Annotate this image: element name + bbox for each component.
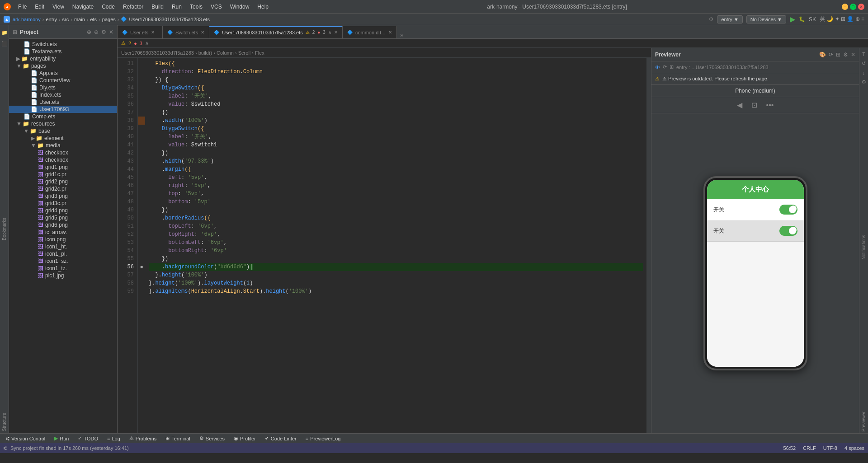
tab-close-common[interactable]: ✕	[388, 30, 392, 35]
bottom-tab-log[interactable]: ≡ Log	[103, 435, 125, 442]
tree-item-user-ets[interactable]: 📄 User.ets	[9, 98, 117, 106]
bottom-tab-todo[interactable]: ✓ TODO	[73, 435, 103, 442]
no-devices-button[interactable]: No Devices ▼	[746, 15, 786, 23]
tree-item-pic1[interactable]: 🖼 pic1.jpg	[9, 272, 117, 279]
bottom-tab-services[interactable]: ⚙ Services	[195, 435, 229, 442]
breadcrumb-file[interactable]: User17069303301033d7f5a1283.ets	[129, 17, 210, 22]
menu-refactor[interactable]: Refactor	[119, 3, 147, 11]
tree-item-grid3[interactable]: 🖼 grid3.png	[9, 192, 117, 200]
bottom-tab-problems[interactable]: ⚠ Problems	[125, 435, 161, 442]
status-encoding[interactable]: CRLF	[803, 445, 816, 451]
panel-icon-settings[interactable]: ⚙	[101, 29, 106, 35]
tree-item-grid4[interactable]: 🖼 grid4.png	[9, 207, 117, 214]
tree-item-grid6[interactable]: 🖼 grid6.png	[9, 221, 117, 229]
menu-navigate[interactable]: Navigate	[69, 3, 97, 11]
tab-user1706[interactable]: 🔷 User17069303301033d7f5a1283.ets ⚠ 2 ● …	[209, 26, 343, 38]
tree-item-diy-ets[interactable]: 📄 Diy.ets	[9, 84, 117, 91]
tree-item-grid2[interactable]: 🖼 grid2.png	[9, 178, 117, 185]
more-button[interactable]: •••	[766, 101, 774, 109]
menu-build[interactable]: Build	[148, 3, 167, 11]
tab-more-button[interactable]: »	[397, 32, 407, 38]
menu-window[interactable]: Window	[226, 3, 253, 11]
tree-item-icon1tz[interactable]: 🖼 icon1_tz.	[9, 265, 117, 272]
previewer-icon-palette[interactable]: 🎨	[819, 51, 826, 58]
tree-item-counterview[interactable]: 📄 CounterView	[9, 77, 117, 84]
bottom-tab-run[interactable]: ▶ Run	[50, 435, 73, 442]
close-button[interactable]: ✕	[858, 4, 864, 10]
breadcrumb-pages[interactable]: pages	[102, 17, 116, 22]
menu-edit[interactable]: Edit	[31, 3, 48, 11]
tree-item-icon1ht[interactable]: 🖼 icon1_ht.	[9, 243, 117, 250]
tab-common-d[interactable]: 🔷 common.d.t... ✕	[343, 26, 397, 38]
right-icon-4[interactable]: ⚙	[862, 79, 866, 85]
tab-close-switch[interactable]: ✕	[201, 30, 204, 35]
tree-item-checkbox2[interactable]: 🖼 checkbox	[9, 156, 117, 164]
breadcrumb-entry[interactable]: entry	[46, 17, 57, 22]
settings-icon[interactable]: ⚙	[709, 16, 713, 22]
bottom-tab-profiler[interactable]: ◉ Profiler	[229, 435, 260, 442]
tab-close-user[interactable]: ✕	[151, 30, 155, 35]
menu-help[interactable]: Help	[254, 3, 272, 11]
code-content[interactable]: Flex({ direction: FlexDirection.Column }…	[145, 58, 646, 433]
tree-item-checkbox1[interactable]: 🖼 checkbox	[9, 149, 117, 156]
tree-item-entryability[interactable]: ▶ 📁 entryability	[9, 55, 117, 62]
editor-scrollbar[interactable]	[646, 58, 651, 433]
panel-icon-collapse[interactable]: ⊖	[94, 29, 99, 35]
previewer-icon-close[interactable]: ✕	[851, 51, 855, 58]
minimize-button[interactable]: −	[842, 4, 848, 10]
tree-item-comp-ets[interactable]: 📄 Comp.ets	[9, 113, 117, 120]
switch-toggle-2[interactable]	[779, 226, 797, 236]
breadcrumb-root[interactable]: ark-harmony	[13, 17, 41, 22]
run-button[interactable]: ▶	[790, 15, 795, 23]
tab-user-ets[interactable]: 🔷 User.ets ✕	[118, 26, 163, 38]
back-button[interactable]: ◀	[737, 101, 742, 109]
entry-button[interactable]: entry ▼	[717, 15, 742, 23]
tree-item-media[interactable]: ▼ 📁 media	[9, 142, 117, 149]
tree-item-element[interactable]: ▶ 📁 element	[9, 135, 117, 142]
menu-file[interactable]: File	[14, 3, 30, 11]
left-icon-2[interactable]: ⬛	[1, 40, 8, 47]
panel-icon-close[interactable]: ✕	[109, 29, 113, 35]
tree-item-app-ets[interactable]: 📄 App.ets	[9, 70, 117, 77]
tree-item-icon1sz[interactable]: 🖼 icon1_sz.	[9, 257, 117, 265]
menu-vcs[interactable]: VCS	[207, 3, 226, 11]
tree-item-resources[interactable]: ▼ 📁 resources	[9, 120, 117, 127]
code-editor[interactable]: User17069303301033d7f5a1283 › build() › …	[118, 48, 651, 433]
debug-button[interactable]: 🐛	[799, 16, 805, 22]
tree-item-grid5[interactable]: 🖼 grid5.png	[9, 214, 117, 221]
tree-item-grid3c[interactable]: 🖼 grid3c.pr	[9, 200, 117, 207]
tree-item-switch-ets[interactable]: 📄 Switch.ets	[9, 41, 117, 48]
tree-item-base[interactable]: ▼ 📁 base	[9, 127, 117, 135]
bottom-tab-code-linter[interactable]: ✔ Code Linter	[260, 435, 301, 442]
bottom-tab-previewer-log[interactable]: ≡ PreviewerLog	[301, 435, 345, 442]
left-icon-1[interactable]: 📁	[1, 29, 8, 36]
breadcrumb-ets[interactable]: ets	[90, 17, 97, 22]
tree-item-grid2c[interactable]: 🖼 grid2c.pr	[9, 185, 117, 192]
tree-item-index-ets[interactable]: 📄 Index.ets	[9, 91, 117, 98]
menu-tools[interactable]: Tools	[186, 3, 206, 11]
tree-item-ic-arrow[interactable]: 🖼 ic_arrow.	[9, 229, 117, 236]
tree-item-icon1pl[interactable]: 🖼 icon1_pl.	[9, 250, 117, 257]
status-line-col[interactable]: 56:52	[783, 445, 796, 451]
switch-toggle-1[interactable]	[779, 205, 797, 215]
bottom-tab-terminal[interactable]: ⊞ Terminal	[161, 435, 195, 442]
tree-item-grid1[interactable]: 🖼 grid1.png	[9, 164, 117, 171]
right-icon-3[interactable]: ↓	[863, 70, 865, 75]
tree-item-pages[interactable]: ▼ 📁 pages	[9, 62, 117, 70]
home-button[interactable]: ⊡	[751, 101, 757, 109]
tree-item-user1706[interactable]: 📄 User170693	[9, 106, 117, 113]
menu-run[interactable]: Run	[168, 3, 185, 11]
tree-item-textarea-ets[interactable]: 📄 Textarea.ets	[9, 48, 117, 55]
menu-view[interactable]: View	[49, 3, 68, 11]
breadcrumb-main[interactable]: main	[74, 17, 85, 22]
tab-switch-ets[interactable]: 🔷 Switch.ets ✕	[163, 26, 209, 38]
previewer-icon-settings[interactable]: ⚙	[843, 51, 848, 58]
maximize-button[interactable]: □	[850, 4, 856, 10]
status-indent[interactable]: 4 spaces	[844, 445, 864, 451]
previewer-icon-refresh[interactable]: ⟳	[829, 51, 833, 58]
status-charset[interactable]: UTF-8	[823, 445, 837, 451]
tree-item-icon[interactable]: 🖼 icon.png	[9, 236, 117, 243]
tab-close-user1706[interactable]: ✕	[334, 30, 338, 35]
breadcrumb-src[interactable]: src	[62, 17, 69, 22]
right-icon-1[interactable]: T	[862, 51, 865, 57]
